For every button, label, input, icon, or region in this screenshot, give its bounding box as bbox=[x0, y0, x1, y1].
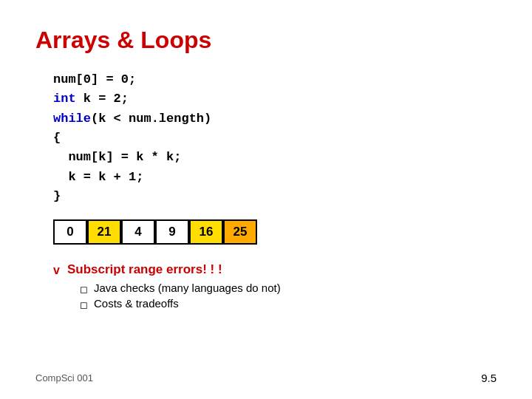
sub-bullet-2: ◻ Costs & tradeoffs bbox=[80, 297, 497, 310]
sub-bullet-sq-icon-1: ◻ bbox=[80, 284, 88, 295]
keyword-int: int bbox=[53, 92, 76, 106]
sub-bullet-text-2: Costs & tradeoffs bbox=[94, 297, 179, 310]
keyword-while: while bbox=[53, 112, 91, 126]
array-cell-4: 16 bbox=[189, 219, 223, 245]
code-block: num[0] = 0; int k = 2; while(k < num.len… bbox=[53, 70, 497, 206]
footer-page: 9.5 bbox=[481, 372, 497, 384]
code-line-4: { bbox=[53, 129, 497, 148]
code-line-6: k = k + 1; bbox=[53, 168, 497, 187]
sub-bullet-1: ◻ Java checks (many languages do not) bbox=[80, 282, 497, 295]
array-cell-2: 4 bbox=[121, 219, 155, 245]
code-line-7: } bbox=[53, 187, 497, 206]
code-line-1: num[0] = 0; bbox=[53, 70, 497, 89]
array-cell-0: 0 bbox=[53, 219, 87, 245]
slide: Arrays & Loops num[0] = 0; int k = 2; wh… bbox=[0, 0, 532, 399]
bullet-diamond-icon: v bbox=[53, 264, 60, 277]
array-visualization: 0 21 4 9 16 25 bbox=[53, 219, 497, 245]
bullet-main-text: Subscript range errors! ! ! bbox=[67, 262, 222, 277]
code-line-3: while(k < num.length) bbox=[53, 109, 497, 129]
array-cell-1: 21 bbox=[87, 219, 121, 245]
slide-title: Arrays & Loops bbox=[35, 27, 497, 54]
bullet-main: v Subscript range errors! ! ! bbox=[53, 262, 497, 277]
code-line-2: int k = 2; bbox=[53, 89, 497, 109]
code-line-2-rest: k = 2; bbox=[76, 92, 129, 106]
sub-bullet-sq-icon-2: ◻ bbox=[80, 299, 88, 310]
bullet-section: v Subscript range errors! ! ! ◻ Java che… bbox=[53, 262, 497, 310]
array-cell-5: 25 bbox=[223, 219, 257, 245]
code-line-3-rest: (k < num.length) bbox=[91, 112, 211, 126]
sub-bullets: ◻ Java checks (many languages do not) ◻ … bbox=[80, 282, 497, 310]
array-cell-3: 9 bbox=[155, 219, 189, 245]
footer-course: CompSci 001 bbox=[35, 372, 93, 383]
sub-bullet-text-1: Java checks (many languages do not) bbox=[94, 282, 281, 294]
code-line-5: num[k] = k * k; bbox=[53, 148, 497, 167]
footer: CompSci 001 9.5 bbox=[35, 372, 497, 384]
